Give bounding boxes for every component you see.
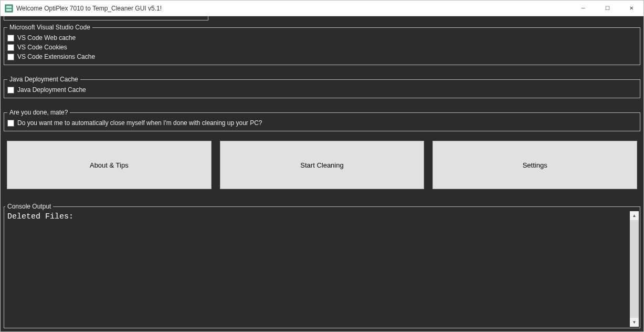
checkbox-icon[interactable] [7, 54, 14, 60]
group-done: Are you done, mate? Do you want me to au… [4, 109, 640, 131]
scroll-up-button[interactable]: ▲ [630, 211, 639, 220]
cutoff-previous-group [4, 16, 640, 20]
start-cleaning-button[interactable]: Start Cleaning [220, 141, 425, 189]
console-output-legend: Console Output [5, 203, 53, 210]
group-vscode-legend: Microsoft Visual Studio Code [7, 24, 92, 31]
console-output-group: Console Output Deleted Files: ▲ ▼ [4, 203, 640, 328]
about-tips-button[interactable]: About & Tips [7, 141, 212, 189]
settings-button[interactable]: Settings [432, 141, 637, 189]
client-area: Microsoft Visual Studio Code VS Code Web… [1, 16, 643, 331]
main-button-row: About & Tips Start Cleaning Settings [4, 141, 640, 189]
checkbox-label: Java Deployment Cache [17, 86, 86, 94]
checkbox-icon[interactable] [7, 120, 14, 127]
checkbox-icon[interactable] [7, 35, 14, 42]
maximize-button[interactable]: ☐ [595, 1, 619, 16]
group-vscode: Microsoft Visual Studio Code VS Code Web… [4, 24, 640, 65]
window-title: Welcome OptiPlex 7010 to Temp_Cleaner GU… [16, 5, 162, 12]
group-java: Java Deployment Cache Java Deployment Ca… [4, 76, 640, 98]
console-output-body[interactable]: Deleted Files: ▲ ▼ [5, 211, 639, 327]
checkbox-row-auto-close[interactable]: Do you want me to automatically close my… [7, 118, 637, 128]
minimize-button[interactable]: ─ [571, 1, 595, 16]
checkbox-label: Do you want me to automatically close my… [17, 119, 262, 127]
svg-rect-2 [6, 9, 12, 11]
scroll-down-button[interactable]: ▼ [630, 318, 639, 327]
checkbox-label: VS Code Extensions Cache [17, 53, 95, 60]
checkbox-row-vscode-extensions-cache[interactable]: VS Code Extensions Cache [7, 52, 637, 61]
close-button[interactable]: ✕ [619, 1, 643, 16]
checkbox-row-vscode-web-cache[interactable]: VS Code Web cache [7, 33, 637, 43]
app-icon [5, 4, 13, 13]
checkbox-label: VS Code Cookies [17, 44, 67, 51]
app-window: Welcome OptiPlex 7010 to Temp_Cleaner GU… [0, 0, 644, 332]
checkbox-label: VS Code Web cache [17, 34, 76, 42]
console-output-text: Deleted Files: [5, 211, 639, 222]
checkbox-row-vscode-cookies[interactable]: VS Code Cookies [7, 43, 637, 52]
checkbox-icon[interactable] [7, 87, 14, 94]
checkbox-icon[interactable] [7, 44, 14, 51]
titlebar[interactable]: Welcome OptiPlex 7010 to Temp_Cleaner GU… [1, 1, 643, 16]
group-done-legend: Are you done, mate? [7, 109, 70, 116]
console-scrollbar[interactable]: ▲ ▼ [630, 211, 639, 327]
checkbox-row-java-deployment-cache[interactable]: Java Deployment Cache [7, 85, 637, 95]
group-java-legend: Java Deployment Cache [7, 76, 80, 83]
scroll-track[interactable] [630, 220, 639, 318]
svg-rect-1 [6, 6, 12, 8]
